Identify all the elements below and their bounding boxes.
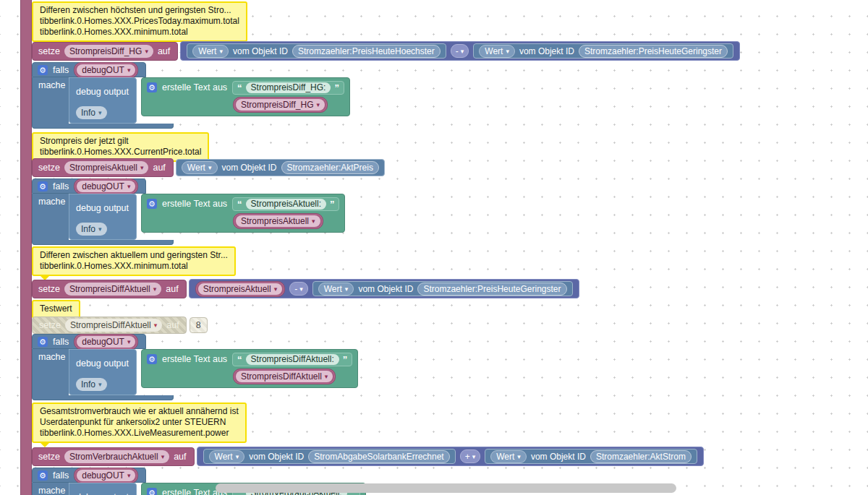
gear-icon[interactable]: ⚙ [38, 337, 48, 347]
string-field[interactable]: StrompreisAktuell: [246, 199, 326, 210]
string-block[interactable]: “ StrompreisDiff_HG: ” [232, 81, 344, 95]
if-block-header[interactable]: ⚙ falls debugOUT ▾ [32, 178, 146, 194]
math-operation-block[interactable]: Wert ▾ vom Objekt ID StromAbgabeSolarban… [197, 447, 704, 466]
value-type-dropdown[interactable]: Wert ▾ [490, 450, 527, 463]
value-type-dropdown[interactable]: Wert ▾ [182, 161, 218, 174]
mache-label: mache [38, 197, 66, 207]
string-block[interactable]: “ StrompreisDiffAktuell: ” [232, 353, 352, 366]
math-operation-block[interactable]: Wert ▾ vom Objekt ID Stromzaehler:PreisH… [180, 41, 740, 61]
get-value-block[interactable]: Wert ▾ vom Objekt ID Stromzaehler:AktPre… [176, 159, 385, 176]
chevron-down-icon: ▾ [127, 181, 131, 192]
number-field[interactable]: 8 [190, 317, 208, 333]
variable-dropdown[interactable]: StrompreisAktuell ▾ [64, 161, 149, 174]
comment-line: Differen zwischen aktuellem und geringst… [40, 250, 228, 261]
operator-dropdown[interactable]: - ▾ [451, 44, 469, 58]
get-value-block[interactable]: Wert ▾ vom Objekt ID Stromzaehler:AktStr… [485, 449, 697, 464]
condition-variable-block[interactable]: debugOUT ▾ [74, 178, 138, 194]
gear-icon[interactable]: ⚙ [147, 82, 157, 92]
debug-output-block[interactable]: debug output Info ▾ [69, 194, 137, 240]
debug-output-block[interactable]: debug output Info ▾ [69, 77, 137, 124]
chevron-down-icon: ▾ [98, 225, 102, 233]
value-type-dropdown[interactable]: Wert ▾ [209, 450, 245, 463]
get-value-block[interactable]: Wert ▾ vom Objekt ID Stromzaehler:PreisH… [187, 43, 446, 59]
gear-icon[interactable]: ⚙ [38, 470, 48, 481]
mache-wall[interactable]: mache [32, 77, 69, 124]
chevron-down-icon: ▾ [127, 336, 131, 348]
create-text-block[interactable]: ⚙ erstelle Text aus “ StrompreisAktuell:… [141, 194, 345, 233]
disabled-set-variable-row: setze StrompreisDiffAktuell ▾ auf 8 [32, 317, 208, 334]
auf-label: auf [158, 46, 170, 56]
condition-variable-block[interactable]: debugOUT ▾ [74, 62, 138, 78]
condition-variable-block[interactable]: debugOUT ▾ [74, 468, 138, 483]
gear-icon[interactable]: ⚙ [147, 354, 157, 364]
text-variable-block[interactable]: StrompreisDiffAktuell ▾ [233, 369, 336, 384]
value-type-dropdown[interactable]: Wert ▾ [479, 45, 515, 58]
set-variable-block[interactable]: setze StrompreisDiff_HG ▾ auf [32, 42, 178, 61]
object-id-field[interactable]: Stromzaehler:PreisHeuteHoechster [292, 45, 441, 58]
debug-output-label: debug output [76, 203, 132, 213]
comment-block[interactable]: Gesamtstromverbrauch wie er aktuell annä… [32, 403, 247, 443]
mache-wall[interactable]: mache [32, 349, 69, 395]
operator-dropdown[interactable]: + ▾ [460, 449, 481, 463]
gear-icon[interactable]: ⚙ [147, 488, 157, 495]
condition-variable-block[interactable]: debugOUT ▾ [74, 334, 138, 350]
string-field[interactable]: StrompreisDiff_HG: [246, 82, 331, 93]
gear-icon[interactable]: ⚙ [147, 199, 157, 209]
wrapper-block-left-wall[interactable] [20, 0, 32, 495]
variable-dropdown[interactable]: StromVerbrauchAktuell ▾ [64, 450, 169, 463]
debug-output-block[interactable]: debug output Info ▾ [69, 349, 137, 395]
chevron-down-icon: ▾ [98, 381, 102, 388]
gear-icon[interactable]: ⚙ [38, 181, 48, 191]
string-block[interactable]: “ StrompreisAktuell: ” [232, 197, 339, 211]
if-block-header[interactable]: ⚙ falls debugOUT ▾ [32, 468, 146, 483]
text-variable-block[interactable]: StrompreisDiff_HG ▾ [233, 97, 328, 113]
string-field[interactable]: StrompreisDiffAktuell: [246, 354, 339, 365]
comment-block[interactable]: Differen zwischen aktuellem und geringst… [32, 246, 236, 276]
variable-value-block[interactable]: StrompreisAktuell ▾ [195, 281, 286, 297]
if-block-group: ⚙ falls debugOUT ▾ mache debug output In… [32, 62, 350, 129]
erstelle-text-label: erstelle Text aus [162, 82, 227, 92]
auf-label: auf [166, 320, 179, 330]
object-id-field[interactable]: Stromzaehler:PreisHeuteGeringster [417, 283, 566, 296]
object-id-field[interactable]: Stromzaehler:AktPreis [281, 161, 379, 174]
value-type-dropdown[interactable]: Wert ▾ [318, 283, 354, 296]
gear-icon[interactable]: ⚙ [38, 65, 48, 75]
erstelle-text-label: erstelle Text aus [162, 199, 227, 209]
set-variable-row: setze StrompreisDiffAktuell ▾ auf Stromp… [32, 279, 579, 298]
disabled-set-variable-block[interactable]: setze StrompreisDiffAktuell ▾ auf [32, 317, 187, 334]
mache-wall[interactable]: mache [32, 194, 69, 240]
get-value-block[interactable]: Wert ▾ vom Objekt ID Stromzaehler:PreisH… [312, 281, 573, 296]
get-value-block[interactable]: Wert ▾ vom Objekt ID StromAbgabeSolarban… [203, 449, 456, 464]
log-level-dropdown[interactable]: Info ▾ [76, 223, 107, 236]
create-text-block[interactable]: ⚙ erstelle Text aus “ StrompreisDiffAktu… [141, 349, 358, 388]
text-variable-block[interactable]: StrompreisAktuell ▾ [233, 213, 323, 229]
variable-dropdown[interactable]: StrompreisDiffAktuell ▾ [64, 283, 161, 296]
log-level-dropdown[interactable]: Info ▾ [76, 378, 107, 391]
if-block-header[interactable]: ⚙ falls debugOUT ▾ [32, 334, 146, 349]
object-id-field[interactable]: Stromzaehler:PreisHeuteGeringster [579, 45, 728, 58]
comment-block[interactable]: Strompreis der jetzt gilt tibberlink.0.H… [32, 132, 209, 162]
variable-dropdown[interactable]: StrompreisDiffAktuell ▾ [65, 319, 162, 332]
set-variable-block[interactable]: setze StrompreisAktuell ▾ auf [32, 158, 174, 177]
comment-block[interactable]: Differen zwischen höchsten und geringste… [32, 1, 247, 42]
set-variable-block[interactable]: setze StrompreisDiffAktuell ▾ auf [32, 280, 187, 298]
object-id-field[interactable]: StromAbgabeSolarbankErrechnet [308, 450, 449, 463]
variable-dropdown[interactable]: StrompreisDiff_HG ▾ [64, 45, 153, 58]
vom-objekt-id-label: vom Objekt ID [249, 452, 304, 462]
log-level-dropdown[interactable]: Info ▾ [76, 106, 107, 119]
math-operation-block[interactable]: StrompreisAktuell ▾ - ▾ Wert ▾ vom Objek… [189, 279, 579, 298]
set-variable-row: setze StrompreisDiff_HG ▾ auf Wert ▾ vom… [32, 41, 740, 61]
debug-output-block[interactable]: debug output [69, 483, 137, 495]
mache-wall[interactable]: mache [32, 483, 69, 495]
debug-output-label: debug output [76, 87, 132, 97]
horizontal-scrollbar-thumb[interactable] [216, 483, 676, 493]
value-type-dropdown[interactable]: Wert ▾ [192, 45, 229, 58]
auf-label: auf [166, 284, 178, 294]
operator-dropdown[interactable]: - ▾ [289, 282, 308, 296]
object-id-field[interactable]: Stromzaehler:AktStrom [590, 450, 692, 463]
chevron-down-icon: ▾ [127, 64, 131, 76]
set-variable-block[interactable]: setze StromVerbrauchAktuell ▾ auf [32, 447, 195, 466]
get-value-block[interactable]: Wert ▾ vom Objekt ID Stromzaehler:PreisH… [473, 43, 733, 59]
if-block-header[interactable]: ⚙ falls debugOUT ▾ [32, 62, 146, 77]
create-text-block[interactable]: ⚙ erstelle Text aus “ StrompreisDiff_HG:… [141, 77, 350, 116]
